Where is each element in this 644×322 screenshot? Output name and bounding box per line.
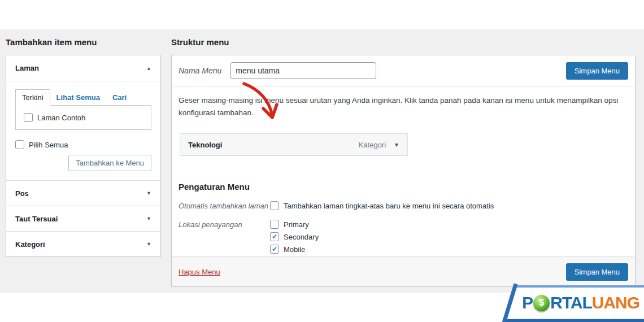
logo-text-p: P	[522, 293, 533, 312]
accordion-section-taut-tersuai[interactable]: Taut Tersuai ▼	[6, 206, 160, 231]
add-to-menu-button[interactable]: Tambahkan ke Menu	[68, 155, 151, 171]
pilih-semua-label: Pilih Semua	[29, 141, 68, 149]
secondary-label: Secondary	[284, 233, 319, 241]
add-menu-items-panel: Laman ▲ Terkini Lihat Semua Cari ✔ Laman…	[6, 55, 161, 257]
tab-terkini[interactable]: Terkini	[15, 89, 50, 106]
auto-add-label: Otomatis tambahkan laman	[179, 201, 270, 210]
dollar-coin-icon: $	[533, 295, 550, 311]
menu-panel-footer: Hapus Menu Simpan Menu	[172, 256, 635, 286]
add-menu-items-title: Tambahkan item menu	[6, 37, 97, 47]
save-menu-button-top[interactable]: Simpan Menu	[566, 62, 628, 80]
page-item-row: ✔ Laman Contoh	[24, 113, 143, 122]
laman-contoh-checkbox[interactable]: ✔	[24, 113, 33, 122]
mobile-checkbox[interactable]: ✔	[270, 245, 279, 254]
chevron-down-icon: ▼	[146, 241, 151, 247]
mobile-label: Mobile	[284, 245, 305, 254]
section-label: Taut Tersuai	[15, 215, 58, 223]
display-location-options: ✔ Primary ✔ Secondary ✔ Mob	[270, 220, 319, 257]
delete-menu-link[interactable]: Hapus Menu	[179, 268, 220, 276]
menu-structure-title: Struktur menu	[171, 37, 229, 47]
page: Tambahkan item menu Struktur menu Laman …	[0, 0, 644, 322]
auto-add-option-label: Tambahkan laman tingkat-atas baru ke men…	[284, 202, 494, 210]
menu-structure-body: Geser masing-masing isi menu sesuai urut…	[172, 86, 635, 257]
portaluang-logo: P $ RTAL UANG	[522, 293, 639, 312]
chevron-down-icon: ▼	[146, 190, 151, 196]
tab-cari[interactable]: Cari	[106, 90, 133, 105]
display-location-label: Lokasi penayangan	[179, 220, 270, 257]
banner-top-border	[516, 285, 644, 288]
menu-item-title: Teknologi	[188, 141, 222, 149]
auto-add-option: ✔ Tambahkan laman tingkat-atas baru ke m…	[270, 201, 494, 210]
portaluang-logo-banner: P $ RTAL UANG	[503, 285, 644, 322]
drag-instructions-text: Geser masing-masing isi menu sesuai urut…	[179, 94, 628, 119]
display-location-setting-row: Lokasi penayangan ✔ Primary ✔ Secondary	[179, 220, 628, 257]
accordion-section-kategori[interactable]: Kategori ▼	[6, 231, 160, 256]
chevron-down-icon: ▼	[146, 216, 151, 221]
menu-item-meta: Kategori ▼	[359, 141, 399, 149]
add-to-menu-row: Tambahkan ke Menu	[15, 155, 151, 171]
accordion-section-pos[interactable]: Pos ▼	[6, 180, 160, 206]
primary-checkbox[interactable]: ✔	[270, 220, 279, 229]
accordion-section-laman[interactable]: Laman ▲	[6, 55, 160, 81]
menu-item-type-label: Kategori	[359, 141, 386, 149]
section-label: Laman	[15, 64, 39, 72]
check-icon: ✔	[272, 233, 277, 240]
section-label: Pos	[15, 189, 29, 198]
location-option-mobile: ✔ Mobile	[270, 245, 319, 254]
menu-item-teknologi[interactable]: Teknologi Kategori ▼	[180, 133, 408, 156]
menu-settings-title: Pengaturan Menu	[179, 182, 628, 192]
section-label: Kategori	[15, 240, 45, 249]
check-icon: ✔	[272, 246, 277, 253]
laman-section-body: Terkini Lihat Semua Cari ✔ Laman Contoh …	[6, 81, 160, 180]
chevron-down-icon[interactable]: ▼	[394, 142, 399, 148]
menu-name-input[interactable]	[230, 62, 376, 79]
menu-name-label: Nama Menu	[179, 66, 221, 75]
menu-name-bar: Nama Menu Simpan Menu	[172, 55, 635, 86]
auto-add-setting-row: Otomatis tambahkan laman ✔ Tambahkan lam…	[179, 201, 628, 210]
location-option-secondary: ✔ Secondary	[270, 232, 319, 241]
dollar-symbol: $	[539, 297, 544, 308]
laman-contoh-label: Laman Contoh	[37, 114, 85, 122]
menu-structure-panel: Nama Menu Simpan Menu Geser masing-masin…	[171, 55, 636, 287]
primary-label: Primary	[284, 220, 309, 229]
save-menu-button-bottom[interactable]: Simpan Menu	[566, 263, 628, 281]
location-option-primary: ✔ Primary	[270, 220, 319, 229]
laman-tabs: Terkini Lihat Semua Cari	[15, 89, 151, 105]
auto-add-checkbox[interactable]: ✔	[270, 201, 279, 210]
tab-lihat-semua[interactable]: Lihat Semua	[50, 90, 106, 105]
pilih-semua-checkbox[interactable]: ✔	[15, 140, 24, 149]
logo-text-uang: UANG	[592, 293, 639, 312]
chevron-up-icon: ▲	[146, 66, 151, 71]
select-all-row: ✔ Pilih Semua	[15, 140, 151, 149]
logo-text-rtal: RTAL	[550, 293, 592, 312]
laman-tab-panel: ✔ Laman Contoh	[15, 105, 151, 130]
secondary-checkbox[interactable]: ✔	[270, 232, 279, 241]
